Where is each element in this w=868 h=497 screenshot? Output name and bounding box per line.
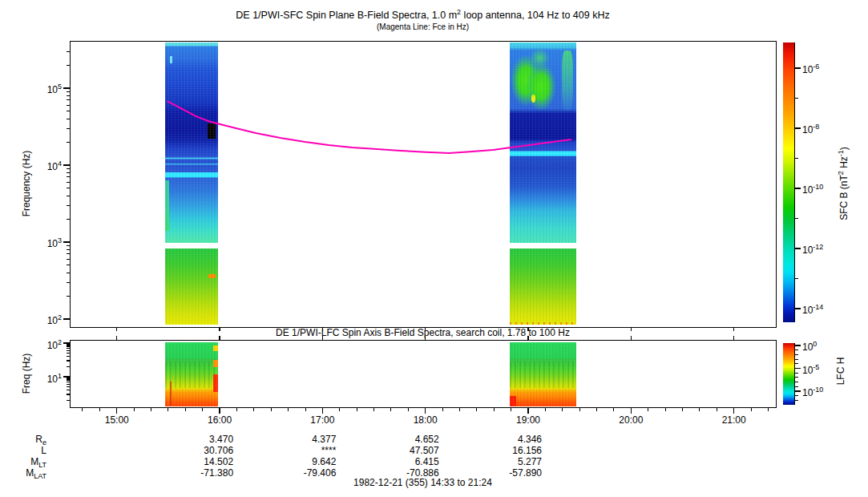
x-major-tick — [733, 407, 735, 414]
x-tick-label: 21:00 — [713, 415, 755, 426]
spectral-feature — [213, 360, 218, 368]
ephemeris-value: **** — [272, 446, 336, 456]
x-tick-label: 17:00 — [301, 415, 343, 426]
ephemeris-value: 4.377 — [272, 434, 336, 445]
sfc-colorbar-tick-label: 10-12 — [802, 242, 834, 256]
lfc-colorbar-major-tick — [794, 345, 801, 346]
lfc-band — [510, 342, 576, 406]
sfc-y-tick-label: 105 — [35, 82, 62, 95]
footer-date: 1982-12-21 (355) 14:33 to 21:24 — [71, 478, 775, 488]
lfc-colorbar-major-tick — [794, 390, 801, 392]
ephemeris-value: 47.507 — [375, 446, 439, 456]
sfc-band-lower — [510, 248, 576, 325]
ephemeris-value: -57.890 — [478, 468, 542, 479]
sfc-colorbar-minor-tick — [794, 98, 798, 99]
lfc-colorbar-minor-tick — [794, 395, 798, 396]
sfc-y-tick-label: 104 — [35, 159, 62, 172]
spectral-feature — [511, 55, 541, 107]
sfc-colorbar-axis — [794, 42, 795, 322]
lfc-y-tick-label: 101 — [35, 371, 62, 385]
sfc-band-lower — [165, 248, 218, 325]
ephemeris-value: 14.502 — [169, 457, 233, 467]
lfc-colorbar-minor-tick — [794, 363, 798, 364]
sfc-ylabel: Frequency (Hz) — [21, 103, 32, 264]
lfc-colorbar-minor-tick — [794, 350, 798, 350]
x-major-tick — [527, 407, 529, 414]
ephemeris-row-label: MLAT — [6, 468, 46, 482]
ephemeris-value: 5.277 — [478, 457, 542, 467]
x-major-tick — [219, 407, 220, 414]
ephemeris-value: 16.156 — [478, 446, 542, 456]
subtitle: (Magenta Line: Fce in Hz) — [71, 22, 775, 31]
ephemeris-value: 3.470 — [169, 434, 233, 445]
main-title: DE 1/PWI-SFC Spin Plane B-Field Spectra,… — [71, 8, 775, 21]
spectral-feature — [213, 374, 218, 392]
sfc-colorbar-tick-label: 10-14 — [802, 302, 834, 316]
spectral-feature — [510, 322, 576, 325]
sfc-colorbar-major-tick — [794, 67, 801, 69]
x-tick-label: 16:00 — [199, 415, 240, 426]
lfc-colorbar-minor-tick — [794, 382, 798, 382]
spectral-feature — [208, 123, 215, 139]
lfc-colorbar-minor-tick — [794, 386, 798, 387]
ephemeris-row-label: L — [6, 446, 46, 456]
spectral-feature — [531, 95, 535, 103]
sfc-y-tick-label: 102 — [35, 313, 62, 326]
spectral-feature — [208, 274, 216, 278]
lfc-colorbar-major-tick — [794, 368, 801, 370]
ephemeris-value: 4.652 — [375, 434, 439, 445]
spectral-feature — [170, 382, 172, 406]
sfc-colorbar-major-tick — [794, 248, 801, 249]
spectral-feature — [530, 48, 550, 68]
sfc-colorbar-major-tick — [794, 308, 801, 309]
x-tick-label: 20:00 — [610, 415, 652, 426]
sfc-colorbar-tick-label: 10-6 — [802, 62, 834, 75]
spectral-feature — [165, 362, 218, 389]
x-major-tick — [322, 407, 324, 414]
sfc-colorbar-minor-tick — [794, 158, 798, 159]
spectral-feature — [213, 345, 218, 351]
lfc-colorbar-tick-label: 100 — [802, 339, 838, 353]
sfc-y-tick-label: 103 — [35, 236, 62, 249]
ephemeris-value: -70.886 — [375, 468, 439, 479]
sfc-colorbar-tick-label: 10-8 — [802, 122, 834, 135]
ephemeris-value: 6.415 — [375, 457, 439, 467]
x-tick-label: 18:00 — [405, 415, 446, 426]
lfc-colorbar-minor-tick — [794, 373, 798, 374]
lfc-colorbar-tick-label: 10-5 — [802, 362, 838, 376]
spectral-feature — [510, 396, 516, 406]
ephemeris-value: 30.706 — [169, 446, 233, 456]
spectral-feature — [526, 63, 556, 111]
spectral-feature — [170, 56, 172, 63]
lfc-colorbar-minor-tick — [794, 400, 798, 401]
spectrogram-figure: DE 1/PWI-SFC Spin Plane B-Field Spectra,… — [0, 0, 868, 497]
x-tick-label: 19:00 — [507, 415, 549, 426]
sfc-band-upper — [510, 42, 576, 243]
x-major-tick — [116, 407, 118, 414]
lfc-colorbar-minor-tick — [794, 377, 798, 378]
sfc-colorbar — [783, 42, 794, 322]
x-major-tick — [631, 407, 632, 414]
lfc-colorbar-tick-label: 10-10 — [802, 385, 838, 398]
sfc-colorbar-major-tick — [794, 188, 801, 189]
lfc-y-tick-label: 102 — [35, 337, 62, 351]
spectral-feature — [510, 362, 576, 389]
sfc-band-upper — [165, 42, 218, 243]
ephemeris-value: 4.346 — [478, 434, 542, 445]
lfc-panel-title: DE 1/PWI-LFC Spin Axis B-Field Spectra, … — [71, 327, 775, 338]
lfc-colorbar-minor-tick — [794, 359, 798, 360]
ephemeris-value: -79.406 — [272, 468, 336, 479]
sfc-colorbar-minor-tick — [794, 218, 798, 219]
ephemeris-value: 9.642 — [272, 457, 336, 467]
lfc-colorbar-minor-tick — [794, 354, 798, 355]
lfc-band — [165, 342, 218, 406]
lfc-colorbar — [783, 343, 794, 405]
sfc-colorbar-minor-tick — [794, 278, 798, 279]
x-major-tick — [425, 407, 426, 414]
sfc-colorbar-tick-label: 10-10 — [802, 182, 834, 196]
spectral-feature — [562, 51, 572, 111]
x-tick-label: 15:00 — [96, 415, 138, 426]
lfc-ylabel: Freq (Hz) — [21, 293, 32, 454]
sfc-colorbar-major-tick — [794, 127, 801, 129]
ephemeris-value: -71.380 — [169, 468, 233, 479]
